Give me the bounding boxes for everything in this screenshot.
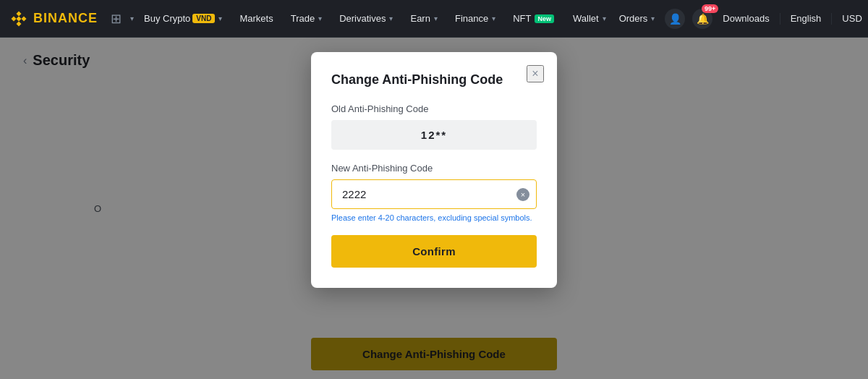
profile-icon[interactable]: 👤 (665, 9, 685, 29)
svg-marker-0 (17, 11, 22, 16)
buy-crypto-chevron: ▾ (218, 14, 222, 22)
anti-phishing-modal: Change Anti-Phishing Code × Old Anti-Phi… (311, 52, 557, 288)
nav-divider-2 (831, 13, 832, 25)
nav-downloads[interactable]: Downloads (717, 0, 775, 38)
modal-title: Change Anti-Phishing Code (331, 72, 537, 88)
svg-marker-1 (12, 16, 17, 21)
logo[interactable]: BINANCE (9, 9, 98, 29)
old-code-display: 12** (331, 120, 537, 150)
nav-finance[interactable]: Finance ▾ (448, 0, 503, 38)
main-content: ‹ Security O Change Anti-Phishing Code C… (0, 38, 868, 379)
input-hint: Please enter 4-20 characters, excluding … (331, 213, 537, 222)
nav-orders[interactable]: Orders ▾ (613, 0, 661, 38)
nav-earn[interactable]: Earn ▾ (403, 0, 444, 38)
nav-wallet[interactable]: Wallet ▾ (567, 0, 612, 38)
nav-derivatives[interactable]: Derivatives ▾ (332, 0, 400, 38)
nav-buy-crypto[interactable]: Buy Crypto VND ▾ (137, 0, 229, 38)
old-code-label: Old Anti-Phishing Code (331, 103, 537, 114)
nav-divider-1 (780, 13, 780, 25)
new-code-section: New Anti-Phishing Code × Please enter 4-… (331, 163, 537, 222)
finance-chevron: ▾ (492, 14, 495, 22)
wallet-chevron: ▾ (603, 14, 606, 22)
binance-logo-icon (9, 9, 29, 29)
apps-grid-button[interactable]: ⊞ (106, 8, 126, 30)
new-code-input-wrapper: × (331, 179, 537, 209)
vnd-badge: VND (192, 14, 215, 23)
nav-right-section: Wallet ▾ Orders ▾ 👤 🔔 99+ Downloads Engl… (567, 0, 868, 38)
nft-new-badge: New (535, 14, 554, 23)
nav-trade[interactable]: Trade ▾ (284, 0, 329, 38)
clear-input-button[interactable]: × (516, 188, 529, 201)
confirm-button[interactable]: Confirm (331, 235, 537, 268)
navbar: BINANCE ⊞ ▾ Buy Crypto VND ▾ Markets Tra… (0, 0, 868, 38)
trade-chevron: ▾ (318, 14, 322, 22)
notifications-icon[interactable]: 🔔 99+ (692, 9, 712, 29)
notifications-badge: 99+ (702, 4, 718, 13)
new-code-label: New Anti-Phishing Code (331, 163, 537, 174)
derivatives-chevron: ▾ (389, 14, 393, 22)
nav-currency[interactable]: USD (836, 0, 867, 38)
apps-chevron-icon: ▾ (130, 14, 134, 22)
svg-marker-3 (17, 16, 22, 21)
logo-text: BINANCE (33, 11, 98, 26)
nav-language[interactable]: English (785, 0, 827, 38)
nav-markets[interactable]: Markets (232, 0, 280, 38)
orders-chevron: ▾ (651, 14, 655, 22)
svg-marker-2 (22, 16, 27, 21)
svg-marker-4 (17, 21, 22, 26)
earn-chevron: ▾ (434, 14, 438, 22)
nav-nft[interactable]: NFT New (506, 0, 561, 38)
modal-close-button[interactable]: × (527, 65, 544, 82)
new-code-input[interactable] (331, 179, 537, 209)
modal-overlay: Change Anti-Phishing Code × Old Anti-Phi… (0, 38, 868, 379)
